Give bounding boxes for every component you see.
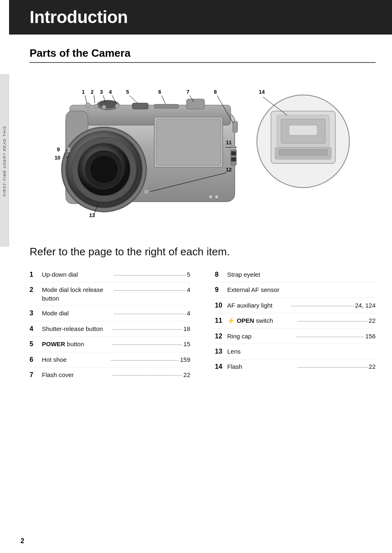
svg-rect-14	[233, 121, 238, 132]
camera-svg: 1 2 3 4 5 6 7 8 14	[30, 71, 376, 236]
page-header: Introduction	[9, 0, 392, 35]
list-item: 3 Mode dial 4	[30, 306, 190, 321]
svg-rect-61	[289, 125, 318, 135]
svg-text:5: 5	[126, 89, 129, 95]
list-item: 4 Shutter-release button 18	[30, 322, 190, 337]
svg-line-41	[161, 95, 166, 104]
left-parts-list: 1 Up-down dial 5 2 Mode dial lock releas…	[30, 267, 190, 382]
refer-text: Refer to the page to the right of each i…	[30, 245, 376, 258]
list-item: 1 Up-down dial 5	[30, 267, 190, 282]
list-item: 11 ⚡ OPEN switch 22	[215, 313, 376, 329]
svg-point-19	[215, 195, 218, 199]
svg-point-25	[90, 155, 118, 184]
svg-text:12: 12	[226, 167, 232, 173]
svg-text:3: 3	[100, 89, 103, 95]
svg-rect-28	[231, 146, 236, 149]
svg-text:9: 9	[57, 146, 60, 153]
svg-point-8	[85, 103, 90, 108]
svg-point-11	[115, 104, 120, 108]
svg-text:10: 10	[55, 155, 60, 161]
svg-line-31	[85, 95, 87, 103]
svg-text:7: 7	[187, 89, 189, 95]
list-item: 13 Lens	[215, 344, 376, 359]
svg-point-9	[94, 104, 98, 109]
parts-grid: 1 Up-down dial 5 2 Mode dial lock releas…	[30, 267, 376, 382]
list-item: 12 Ring cap 156	[215, 329, 376, 344]
svg-rect-17	[231, 157, 236, 162]
right-parts-list: 8 Strap eyelet 9 External AF sensor 10 A…	[215, 267, 376, 382]
svg-point-10	[102, 105, 106, 109]
svg-rect-16	[231, 151, 236, 155]
svg-text:4: 4	[109, 89, 112, 95]
camera-diagram: 1 2 3 4 5 6 7 8 14	[30, 71, 376, 236]
section-title: Parts of the Camera	[30, 47, 376, 63]
list-item: 10 AF auxiliary light 24, 124	[215, 298, 376, 313]
list-item: 8 Strap eyelet	[215, 267, 376, 282]
main-content: Parts of the Camera	[9, 47, 392, 399]
svg-text:1: 1	[82, 89, 85, 95]
svg-rect-6	[154, 104, 179, 109]
svg-text:11: 11	[226, 139, 232, 146]
list-item: 14 Flash 22	[215, 359, 376, 374]
svg-text:14: 14	[259, 89, 265, 95]
svg-line-33	[94, 95, 95, 103]
list-item: 6 Hot shoe 159	[30, 352, 190, 368]
svg-rect-27	[67, 147, 70, 152]
side-tab: First-time user? Read this.	[0, 74, 9, 247]
svg-line-39	[129, 95, 138, 103]
svg-text:6: 6	[158, 89, 161, 95]
svg-point-29	[144, 189, 149, 194]
side-tab-text: First-time user? Read this.	[2, 124, 7, 197]
svg-point-18	[209, 195, 212, 199]
svg-rect-63	[279, 149, 327, 155]
svg-text:2: 2	[91, 89, 94, 95]
list-item: 7 Flash cover 22	[30, 368, 190, 382]
svg-text:8: 8	[214, 89, 217, 95]
svg-rect-7	[187, 99, 205, 109]
svg-rect-13	[156, 119, 221, 166]
list-item: 9 External AF sensor	[215, 282, 376, 298]
svg-text:13: 13	[89, 212, 95, 218]
page-number: 2	[21, 537, 24, 545]
list-item: 5 POWER button 15	[30, 337, 190, 352]
page-title: Introduction	[30, 7, 371, 27]
list-item: 2 Mode dial lock release button 4	[30, 282, 190, 306]
svg-rect-5	[132, 103, 148, 109]
